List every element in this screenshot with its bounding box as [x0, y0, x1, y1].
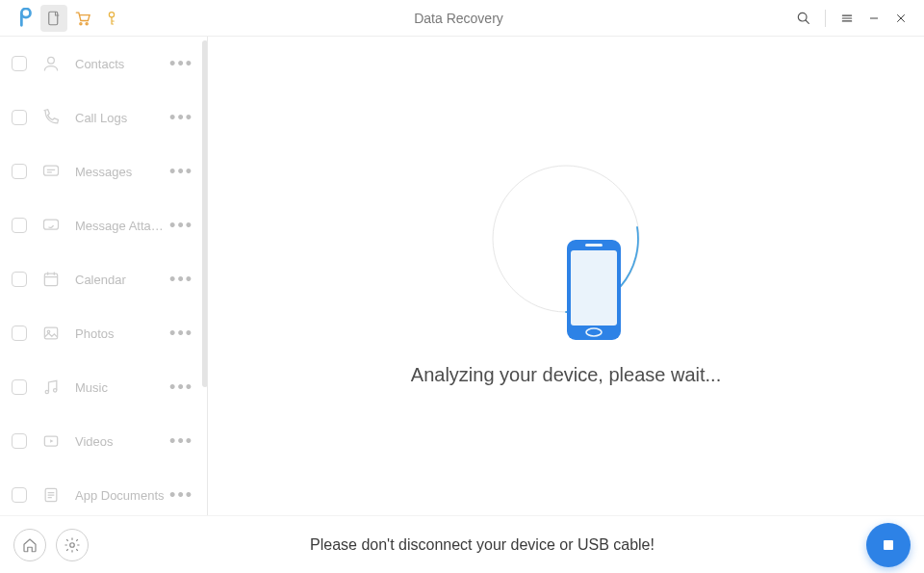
sidebar-item-calendar[interactable]: Calendar •••	[0, 252, 207, 306]
svg-rect-18	[585, 244, 603, 247]
svg-rect-6	[44, 166, 59, 175]
sidebar-item-contacts[interactable]: Contacts •••	[0, 37, 207, 91]
key-icon[interactable]	[98, 5, 125, 32]
svg-point-20	[70, 542, 75, 547]
svg-rect-9	[44, 327, 57, 339]
sidebar-item-app-documents[interactable]: App Documents •••	[0, 468, 207, 515]
checkbox[interactable]	[12, 487, 27, 503]
sidebar-item-label: Videos	[75, 434, 169, 449]
sidebar-item-label: Messages	[75, 165, 169, 179]
stop-button[interactable]	[866, 523, 911, 567]
data-recovery-icon[interactable]	[40, 5, 67, 32]
content-pane: Analyzing your device, please wait...	[208, 37, 924, 515]
checkbox[interactable]	[12, 433, 27, 449]
checkbox[interactable]	[12, 326, 27, 341]
sidebar-item-label: Music	[75, 380, 169, 395]
checkbox[interactable]	[12, 272, 27, 287]
sidebar-item-label: App Documents	[75, 488, 169, 503]
video-icon	[40, 430, 62, 452]
svg-point-11	[45, 390, 48, 393]
more-icon[interactable]: •••	[169, 54, 195, 74]
svg-point-1	[80, 22, 82, 24]
sidebar-item-message-attachments[interactable]: Message Attach... •••	[0, 198, 207, 252]
more-icon[interactable]: •••	[169, 162, 195, 182]
svg-point-5	[48, 57, 55, 64]
sidebar-list: Contacts ••• Call Logs ••• Messages •••	[0, 37, 208, 515]
svg-rect-17	[571, 250, 617, 326]
svg-rect-0	[49, 12, 58, 25]
image-icon	[40, 323, 62, 344]
checkbox[interactable]	[12, 164, 27, 179]
divider	[825, 10, 826, 27]
sidebar: Contacts ••• Call Logs ••• Messages •••	[0, 37, 208, 515]
more-icon[interactable]: •••	[169, 108, 195, 128]
sidebar-item-label: Call Logs	[75, 111, 169, 125]
title-bar: Data Recovery	[0, 0, 924, 37]
more-icon[interactable]: •••	[169, 431, 195, 452]
scrollbar-thumb[interactable]	[202, 40, 208, 387]
sidebar-item-messages[interactable]: Messages •••	[0, 144, 207, 198]
attachment-icon	[40, 215, 62, 236]
document-icon	[40, 484, 62, 506]
minimize-button[interactable]	[862, 7, 886, 30]
sidebar-item-photos[interactable]: Photos •••	[0, 306, 207, 360]
svg-rect-8	[44, 273, 57, 286]
sidebar-item-music[interactable]: Music •••	[0, 360, 207, 414]
more-icon[interactable]: •••	[169, 485, 195, 506]
svg-point-3	[109, 12, 114, 16]
status-text: Analyzing your device, please wait...	[411, 364, 721, 386]
checkbox[interactable]	[12, 56, 27, 71]
spinner	[489, 162, 643, 316]
sidebar-item-label: Message Attach...	[75, 219, 169, 233]
more-icon[interactable]: •••	[169, 378, 195, 398]
footer-warning: Please don't disconnect your device or U…	[98, 536, 866, 554]
sidebar-item-videos[interactable]: Videos •••	[0, 414, 207, 468]
more-icon[interactable]: •••	[169, 324, 195, 344]
checkbox[interactable]	[12, 110, 27, 125]
checkbox[interactable]	[12, 379, 27, 395]
stop-icon	[884, 540, 893, 550]
logo-icon[interactable]	[12, 5, 38, 32]
cart-icon[interactable]	[69, 5, 96, 32]
svg-point-12	[54, 389, 57, 392]
more-icon[interactable]: •••	[169, 270, 195, 290]
chat-icon	[40, 161, 62, 182]
sidebar-item-call-logs[interactable]: Call Logs •••	[0, 91, 207, 144]
close-button[interactable]	[889, 7, 912, 30]
person-icon	[40, 53, 62, 74]
footer-bar: Please don't disconnect your device or U…	[0, 515, 924, 573]
music-icon	[40, 377, 62, 398]
calendar-icon	[40, 269, 62, 290]
menu-icon[interactable]	[835, 7, 859, 30]
sidebar-item-label: Photos	[75, 326, 169, 341]
home-button[interactable]	[13, 529, 46, 561]
phone-icon	[40, 107, 62, 128]
settings-button[interactable]	[56, 529, 89, 561]
sidebar-item-label: Contacts	[75, 57, 169, 71]
more-icon[interactable]: •••	[169, 216, 195, 236]
sidebar-item-label: Calendar	[75, 273, 169, 287]
search-icon[interactable]	[792, 7, 815, 30]
checkbox[interactable]	[12, 218, 27, 233]
window-title: Data Recovery	[125, 11, 792, 26]
svg-point-2	[86, 22, 88, 24]
